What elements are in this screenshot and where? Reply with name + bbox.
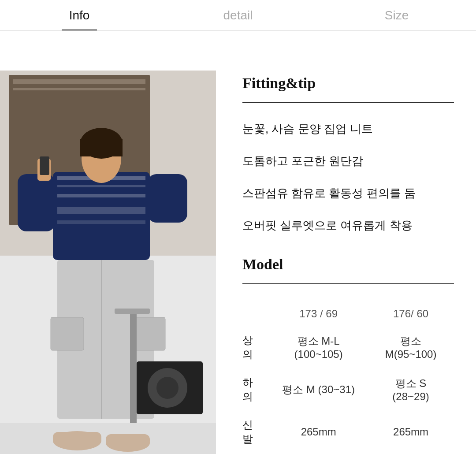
svg-rect-3: [13, 79, 145, 84]
tab-info[interactable]: Info: [0, 0, 159, 30]
model-section: Model 173 / 69 176/ 60 상의 평소 M-L (100~10…: [242, 256, 454, 453]
row-col2-bottom: 평소 S (28~29): [368, 368, 454, 411]
model-title: Model: [242, 256, 454, 273]
tab-detail-label: detail: [223, 8, 253, 22]
svg-rect-22: [132, 317, 165, 350]
model-col-1: 173 / 69: [269, 301, 368, 326]
feature-1: 눈꽃, 사슴 문양 집업 니트: [242, 120, 454, 138]
svg-rect-15: [40, 156, 49, 175]
svg-rect-27: [0, 423, 216, 454]
model-col-label: [242, 301, 269, 326]
feature-4: 오버핏 실루엣으로 여유롭게 착용: [242, 217, 454, 234]
fitting-divider: [242, 102, 454, 103]
product-image: [0, 71, 216, 454]
row-label-top: 상의: [242, 326, 269, 368]
model-col-2: 176/ 60: [368, 301, 454, 326]
svg-rect-10: [57, 207, 145, 214]
feature-2: 도톰하고 포근한 원단감: [242, 152, 454, 170]
feature-3: 스판섬유 함유로 활동성 편의를 둠: [242, 185, 454, 202]
svg-point-32: [156, 377, 178, 399]
svg-rect-18: [80, 139, 123, 156]
svg-rect-28: [130, 313, 137, 423]
row-col2-shoes: 265mm: [368, 411, 454, 453]
svg-rect-12: [18, 174, 55, 231]
svg-rect-13: [148, 174, 187, 223]
model-table: 173 / 69 176/ 60 상의 평소 M-L (100~105) 평소 …: [242, 301, 454, 453]
model-header-row: 173 / 69 176/ 60: [242, 301, 454, 326]
svg-rect-8: [57, 185, 145, 187]
table-row: 하의 평소 M (30~31) 평소 S (28~29): [242, 368, 454, 411]
tab-detail[interactable]: detail: [159, 0, 317, 30]
svg-rect-29: [115, 309, 150, 314]
svg-rect-11: [57, 220, 145, 224]
row-col1-top: 평소 M-L (100~105): [269, 326, 368, 368]
row-label-bottom: 하의: [242, 368, 269, 411]
table-row: 신발 265mm 265mm: [242, 411, 454, 453]
fitting-section: Fitting&tip 눈꽃, 사슴 문양 집업 니트 도톰하고 포근한 원단감…: [242, 75, 454, 234]
info-panel: Fitting&tip 눈꽃, 사슴 문양 집업 니트 도톰하고 포근한 원단감…: [216, 71, 476, 476]
tab-info-label: Info: [69, 8, 90, 22]
table-row: 상의 평소 M-L (100~105) 평소 M(95~100): [242, 326, 454, 368]
tab-size[interactable]: Size: [317, 0, 476, 30]
row-col1-bottom: 평소 M (30~31): [269, 368, 368, 411]
tab-size-label: Size: [385, 8, 409, 22]
svg-rect-4: [13, 88, 145, 90]
row-col2-top: 평소 M(95~100): [368, 326, 454, 368]
svg-rect-9: [57, 194, 145, 197]
tab-navigation: Info detail Size: [0, 0, 476, 31]
main-content: Fitting&tip 눈꽃, 사슴 문양 집업 니트 도톰하고 포근한 원단감…: [0, 31, 476, 476]
row-col1-shoes: 265mm: [269, 411, 368, 453]
svg-rect-21: [51, 317, 84, 350]
fitting-title: Fitting&tip: [242, 75, 454, 92]
row-label-shoes: 신발: [242, 411, 269, 453]
model-divider: [242, 283, 454, 284]
